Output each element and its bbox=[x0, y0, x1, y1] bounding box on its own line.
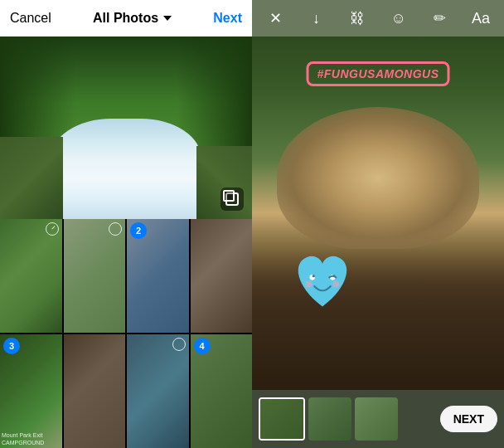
story-editor: #FUNGUSAMONGUS bbox=[252, 37, 504, 390]
filmstrip-item[interactable] bbox=[355, 397, 398, 441]
river-scene bbox=[0, 37, 252, 219]
table-row[interactable]: 2 bbox=[127, 219, 189, 333]
filmstrip-item[interactable] bbox=[259, 397, 305, 441]
right-panel: ✕ ↓ ⛓ ☺ ✏ Aa #FUNGUSAMONGUS bbox=[252, 0, 504, 448]
link-button[interactable]: ⛓ bbox=[346, 7, 369, 30]
table-row[interactable]: 4 bbox=[191, 334, 253, 448]
left-panel: Cancel All Photos Next 2 bbox=[0, 0, 252, 448]
table-row[interactable] bbox=[64, 219, 126, 333]
selection-badge: 4 bbox=[194, 338, 211, 354]
mushroom-photo bbox=[252, 37, 504, 390]
table-row[interactable] bbox=[127, 334, 189, 448]
clock-icon bbox=[172, 338, 186, 351]
filmstrip-item[interactable] bbox=[308, 397, 351, 441]
heart-svg bbox=[285, 249, 360, 324]
album-selector[interactable]: All Photos bbox=[93, 11, 172, 26]
emoji-button[interactable]: ☺ bbox=[387, 7, 410, 30]
svg-point-5 bbox=[332, 280, 339, 287]
chevron-down-icon bbox=[163, 16, 172, 21]
multi-select-icon bbox=[225, 192, 239, 206]
pencil-button[interactable]: ✏ bbox=[428, 7, 451, 30]
album-label: All Photos bbox=[93, 11, 158, 26]
selection-badge: 3 bbox=[3, 338, 20, 354]
filmstrip: NEXT bbox=[252, 390, 504, 448]
thumbnail-grid: 2 3 Mount Park ExitCAMPGROUND 4 bbox=[0, 219, 252, 448]
river-water bbox=[51, 119, 201, 219]
table-row[interactable]: 3 Mount Park ExitCAMPGROUND bbox=[0, 334, 62, 448]
right-header: ✕ ↓ ⛓ ☺ ✏ Aa bbox=[252, 0, 504, 37]
clock-icon bbox=[46, 222, 59, 236]
download-button[interactable]: ↓ bbox=[305, 7, 328, 30]
close-button[interactable]: ✕ bbox=[264, 7, 287, 30]
svg-point-4 bbox=[306, 280, 313, 287]
table-row[interactable] bbox=[191, 219, 253, 333]
clock-icon bbox=[109, 222, 122, 236]
main-photo-preview bbox=[0, 37, 252, 219]
multi-select-button[interactable] bbox=[220, 187, 244, 211]
next-story-button[interactable]: NEXT bbox=[440, 406, 497, 432]
selection-badge: 2 bbox=[130, 222, 147, 239]
cancel-button[interactable]: Cancel bbox=[10, 11, 51, 26]
thumb-caption: Mount Park ExitCAMPGROUND bbox=[2, 432, 44, 446]
table-row[interactable] bbox=[0, 219, 62, 333]
heart-sticker[interactable] bbox=[285, 249, 360, 324]
text-button[interactable]: Aa bbox=[469, 7, 492, 30]
svg-point-2 bbox=[313, 275, 315, 277]
river-rocks-left bbox=[0, 137, 63, 219]
hashtag-sticker[interactable]: #FUNGUSAMONGUS bbox=[306, 61, 449, 86]
left-header: Cancel All Photos Next bbox=[0, 0, 252, 37]
table-row[interactable] bbox=[64, 334, 126, 448]
next-button[interactable]: Next bbox=[213, 11, 242, 26]
